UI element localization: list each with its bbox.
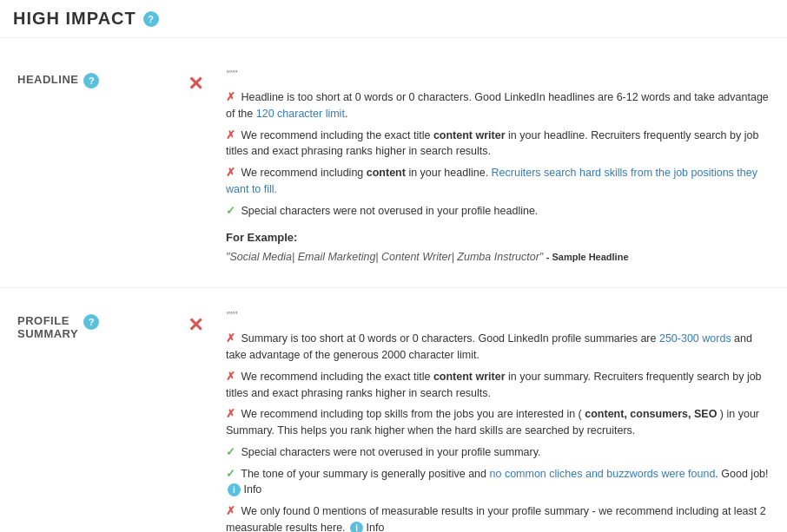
x-bullet-icon: ✗ bbox=[226, 129, 235, 141]
header-help-icon[interactable]: ? bbox=[143, 11, 159, 27]
profile-summary-status-icon: ✕ bbox=[188, 314, 203, 337]
headline-feedback-4: ✓ Special characters were not overused i… bbox=[226, 203, 770, 220]
headline-content: """ ✗ Headline is too short at 0 words o… bbox=[217, 64, 787, 270]
measurable-info-icon[interactable]: i bbox=[350, 522, 363, 532]
summary-feedback-1: ✗ Summary is too short at 0 words or 0 c… bbox=[226, 331, 770, 364]
x-bullet-icon: ✗ bbox=[226, 332, 235, 345]
headline-example-source: - Sample Headline bbox=[546, 252, 629, 262]
profile-summary-feedback-list: ✗ Summary is too short at 0 words or 0 c… bbox=[226, 331, 770, 532]
check-bullet-icon: ✓ bbox=[226, 205, 235, 217]
summary-feedback-6: ✗ We only found 0 mentions of measurable… bbox=[226, 503, 770, 532]
headline-feedback-2: ✗ We recommend including the exact title… bbox=[226, 128, 770, 161]
tone-info-icon[interactable]: i bbox=[228, 483, 241, 496]
headline-feedback-3: ✗ We recommend including content in your… bbox=[226, 165, 770, 198]
profile-summary-label-text: PROFILESUMMARY bbox=[17, 314, 78, 340]
headline-feedback-list: ✗ Headline is too short at 0 words or 0 … bbox=[226, 89, 770, 219]
profile-summary-section: PROFILESUMMARY ? ✕ """ ✗ Summary is too … bbox=[0, 288, 787, 532]
headline-feedback-1: ✗ Headline is too short at 0 words or 0 … bbox=[226, 89, 770, 122]
headline-example-label: For Example: bbox=[226, 231, 770, 244]
headline-section: HEADLINE ? ✕ """ ✗ Headline is too short… bbox=[0, 47, 787, 288]
summary-feedback-3: ✗ We recommend including top skills from… bbox=[226, 406, 770, 439]
main-container: HIGH IMPACT ? HEADLINE ? ✕ """ ✗ Headlin… bbox=[0, 0, 787, 532]
char-limit-link[interactable]: 120 character limit bbox=[256, 108, 345, 120]
summary-feedback-5: ✓ The tone of your summary is generally … bbox=[226, 466, 770, 499]
x-bullet-icon: ✗ bbox=[226, 408, 235, 420]
summary-feedback-2: ✗ We recommend including the exact title… bbox=[226, 369, 770, 402]
headline-current-value: """ bbox=[226, 69, 770, 81]
headline-example-text: "Social Media| Email Marketing| Content … bbox=[226, 248, 770, 266]
x-bullet-icon: ✗ bbox=[226, 91, 235, 103]
headline-label-text: HEADLINE bbox=[17, 73, 78, 86]
page-title: HIGH IMPACT bbox=[13, 9, 136, 29]
headline-status-col: ✕ bbox=[174, 64, 217, 270]
profile-summary-label: PROFILESUMMARY ? bbox=[17, 314, 99, 340]
headline-label-col: HEADLINE ? bbox=[0, 64, 174, 270]
profile-summary-help-icon[interactable]: ? bbox=[83, 314, 99, 330]
page-header: HIGH IMPACT ? bbox=[0, 0, 787, 38]
profile-summary-label-col: PROFILESUMMARY ? bbox=[0, 305, 174, 532]
headline-label: HEADLINE ? bbox=[17, 73, 99, 89]
profile-summary-content: """ ✗ Summary is too short at 0 words or… bbox=[217, 305, 787, 532]
headline-status-icon: ✕ bbox=[188, 73, 203, 95]
check-bullet-icon: ✓ bbox=[226, 468, 235, 480]
x-bullet-icon: ✗ bbox=[226, 371, 235, 383]
headline-example: For Example: "Social Media| Email Market… bbox=[226, 231, 770, 266]
profile-summary-status-col: ✕ bbox=[174, 305, 217, 532]
summary-feedback-4: ✓ Special characters were not overused i… bbox=[226, 444, 770, 461]
main-content: HEADLINE ? ✕ """ ✗ Headline is too short… bbox=[0, 38, 787, 532]
check-bullet-icon: ✓ bbox=[226, 446, 235, 458]
x-bullet-icon: ✗ bbox=[226, 505, 235, 517]
headline-help-icon[interactable]: ? bbox=[83, 73, 99, 89]
profile-summary-current-value: """ bbox=[226, 310, 770, 322]
x-bullet-icon: ✗ bbox=[226, 167, 235, 179]
